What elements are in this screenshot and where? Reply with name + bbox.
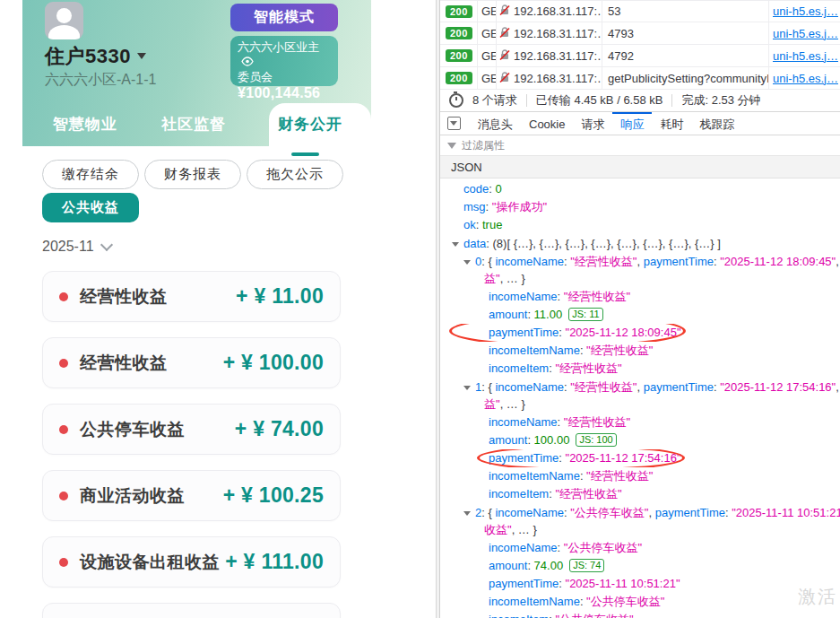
detail-tab-bar: 消息头Cookie请求响应耗时栈跟踪 — [440, 112, 840, 135]
detail-tab-item[interactable]: Cookie — [521, 112, 573, 135]
json-tree-row[interactable]: 益", … } — [440, 396, 840, 413]
month-select[interactable]: 2025-11 — [42, 239, 111, 255]
income-amount: + ¥ 100.25 — [223, 483, 324, 508]
network-request-row[interactable]: 200GET192.168.31.117:…4793uni-h5.es.j… — [440, 22, 840, 45]
json-segment: "公共停车收益" — [586, 595, 664, 608]
json-tree-row[interactable]: paymentTime: "2025-11-11 10:51:21" — [440, 575, 840, 593]
initiator-link[interactable]: uni-h5.es.j… — [773, 4, 838, 18]
json-segment: : — [527, 308, 533, 321]
json-segment: : (8)[ {…}, {…}, {…}, {…}, {…}, {…}, {…}… — [486, 237, 721, 250]
insecure-lock-icon — [499, 49, 510, 63]
income-card-partial[interactable] — [42, 603, 341, 618]
json-tree-row[interactable]: msg: "操作成功" — [440, 198, 840, 216]
twisty-icon[interactable] — [463, 252, 475, 270]
income-card[interactable]: 公共停车收益+ ¥ 74.00 — [42, 404, 341, 455]
json-tree-row[interactable]: incomeName: "经营性收益" — [440, 413, 840, 431]
public-income-button[interactable]: 公共收益 — [42, 193, 139, 222]
sub-button[interactable]: 缴存结余 — [42, 160, 139, 189]
collapse-details-icon[interactable] — [447, 117, 461, 130]
json-tree-row[interactable]: ok: true — [440, 216, 840, 234]
tab-finance-active[interactable]: 财务公开 — [278, 114, 342, 135]
json-tree-row[interactable]: incomeName: "经营性收益" — [440, 288, 840, 306]
json-tree-row[interactable]: 1: { incomeName: "经营性收益", paymentTime: "… — [440, 378, 840, 396]
twisty-icon[interactable] — [463, 503, 475, 521]
detail-tab-item[interactable]: 栈跟踪 — [691, 112, 742, 135]
json-segment: "操作成功" — [492, 200, 547, 213]
initiator-link[interactable]: uni-h5.es.j… — [773, 49, 838, 63]
network-request-row[interactable]: 200GET192.168.31.117:…53uni-h5.es.j… — [440, 0, 840, 22]
twisty-icon[interactable] — [452, 234, 463, 252]
properties-filter[interactable]: 过滤属性 — [440, 135, 840, 156]
user-name-dropdown[interactable]: 住户5330 — [45, 43, 146, 70]
json-segment: "2025-11-11 10:51:21" — [732, 506, 840, 519]
committee-name-line1: 六六六小区业主 — [238, 40, 319, 54]
json-segment: , — [636, 380, 643, 394]
json-tree-row[interactable]: amount: 11.00JS: 11 — [440, 306, 840, 324]
initiator-link[interactable]: uni-h5.es.j… — [773, 27, 838, 40]
json-segment: incomeName — [495, 380, 564, 394]
status-badge: 200 — [446, 5, 472, 18]
json-segment: "2025-11-12 18:09:45" — [720, 255, 836, 268]
json-tree-row[interactable]: incomeItem: "经营性收益" — [440, 360, 840, 378]
json-tree-row[interactable]: incomeItemName: "经营性收益" — [440, 342, 840, 360]
network-summary-bar: 8 个请求 已传输 4.45 kB / 6.58 kB 完成: 2.53 分钟 — [440, 90, 840, 112]
sub-button[interactable]: 拖欠公示 — [247, 160, 343, 189]
file-cell: 53 — [602, 1, 769, 22]
json-tree-row[interactable]: amount: 74.00JS: 74 — [440, 557, 840, 575]
red-annotation-ellipse: paymentTime: "2025-11-12 18:09:45" — [489, 324, 681, 342]
income-card[interactable]: 经营性收益+ ¥ 100.00 — [42, 337, 341, 388]
json-segment: amount — [489, 308, 527, 321]
json-tree-row[interactable]: incomeName: "公共停车收益" — [440, 539, 840, 557]
detail-tab-item[interactable]: 消息头 — [470, 112, 521, 135]
json-segment: incomeItemName — [489, 344, 580, 357]
file-cell: 4793 — [602, 22, 769, 44]
json-segment: ok — [463, 218, 476, 231]
json-segment: "经营性收益" — [586, 344, 653, 357]
json-tree-row[interactable]: data: (8)[ {…}, {…}, {…}, {…}, {…}, {…},… — [440, 234, 840, 252]
json-tree-row[interactable]: paymentTime: "2025-11-12 17:54:16" — [440, 449, 840, 467]
sub-button[interactable]: 财务报表 — [144, 160, 241, 189]
avatar[interactable] — [45, 2, 83, 39]
json-segment: data — [463, 237, 486, 250]
initiator-link[interactable]: uni-h5.es.j… — [773, 72, 838, 85]
json-tree-row[interactable]: incomeItemName: "经营性收益" — [440, 467, 840, 485]
json-tree-row[interactable]: paymentTime: "2025-11-12 18:09:45" — [440, 324, 840, 342]
insecure-lock-icon — [499, 4, 510, 18]
tab-item[interactable]: 智慧物业 — [53, 114, 117, 135]
eye-icon[interactable] — [241, 56, 254, 70]
json-tree-row[interactable]: amount: 100.00JS: 100 — [440, 431, 840, 449]
network-request-row[interactable]: 200GET192.168.31.117:…getPublicitySettin… — [440, 67, 840, 90]
json-tree-row[interactable]: incomeItem: "经营性收益" — [440, 485, 840, 503]
tab-item[interactable]: 社区监督 — [161, 114, 226, 135]
domain-text: 192.168.31.117:… — [514, 49, 602, 63]
detail-tab-item[interactable]: 请求 — [573, 112, 612, 135]
committee-balance-card[interactable]: 六六六小区业主 委员会 ¥100,144.56 — [230, 36, 338, 86]
json-segment: "2025-11-12 17:54:16" — [720, 380, 836, 394]
json-scope-header[interactable]: JSON — [440, 156, 840, 178]
json-tree-row[interactable]: 收益", … } — [440, 521, 840, 539]
twisty-icon[interactable] — [463, 378, 475, 396]
income-card[interactable]: 经营性收益+ ¥ 11.00 — [42, 271, 341, 322]
network-request-row[interactable]: 200GET192.168.31.117:…4792uni-h5.es.j… — [440, 45, 840, 67]
method-cell: GET — [478, 67, 497, 89]
json-segment: paymentTime — [644, 380, 714, 394]
json-segment: : — [559, 326, 565, 339]
json-tree-row[interactable]: code: 0 — [440, 180, 840, 198]
json-tree-row[interactable]: 0: { incomeName: "经营性收益", paymentTime: "… — [440, 252, 840, 270]
income-card[interactable]: 设施设备出租收益+ ¥ 111.00 — [42, 536, 341, 588]
smart-mode-button[interactable]: 智能模式 — [230, 4, 338, 31]
json-tree-row[interactable]: incomeItemName: "公共停车收益" — [440, 593, 840, 611]
json-tree-row[interactable]: 益", … } — [440, 270, 840, 288]
json-segment: "2025-11-12 17:54:16" — [566, 451, 681, 465]
detail-tab-item[interactable]: 耗时 — [652, 112, 691, 135]
json-tree-row[interactable]: incomeItem: "公共停车收益" — [440, 611, 840, 618]
income-name: 经营性收益 — [80, 352, 223, 375]
json-segment: 100.00 — [534, 433, 570, 447]
summary-divider — [526, 94, 527, 107]
json-tree-row[interactable]: 2: { incomeName: "公共停车收益", paymentTime: … — [440, 503, 840, 521]
income-card[interactable]: 商业活动收益+ ¥ 100.25 — [42, 470, 341, 521]
income-name: 设施设备出租收益 — [80, 551, 225, 574]
detail-tab-response-active[interactable]: 响应 — [612, 112, 652, 135]
json-segment: : — [559, 577, 565, 590]
json-segment: paymentTime — [489, 326, 559, 339]
